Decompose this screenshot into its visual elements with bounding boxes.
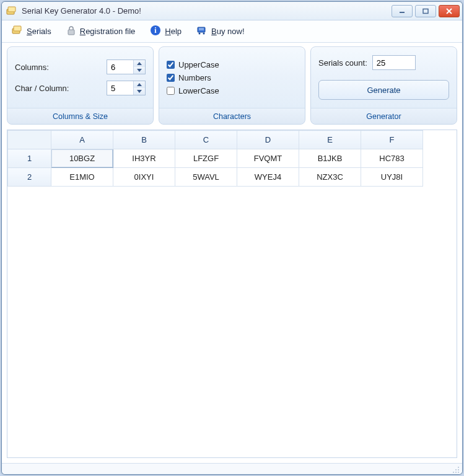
columns-input[interactable] [107, 60, 133, 74]
maximize-button[interactable] [415, 5, 436, 17]
grid-cell[interactable]: E1MIO [51, 168, 113, 187]
grid-cell[interactable]: 5WAVL [175, 168, 237, 187]
svg-rect-7 [14, 26, 21, 31]
help-menu[interactable]: i Help [146, 23, 185, 40]
characters-title: Characters [159, 108, 305, 124]
lowercase-label: LowerCase [178, 86, 219, 95]
svg-rect-3 [423, 9, 428, 13]
generate-button[interactable]: Generate [318, 80, 449, 100]
svg-point-23 [453, 472, 454, 473]
grid-cell[interactable]: NZX3C [299, 168, 361, 187]
uppercase-label: UpperCase [178, 60, 219, 69]
grid-cell[interactable]: FVQMT [237, 149, 299, 168]
grid-corner [8, 131, 51, 149]
toolbar: Serials Registration file i Help Buy now… [2, 20, 462, 43]
columns-up[interactable] [134, 60, 145, 67]
svg-marker-19 [137, 90, 142, 93]
columns-down[interactable] [134, 67, 145, 74]
column-header[interactable]: D [237, 131, 299, 149]
uppercase-checkbox[interactable]: UpperCase [167, 60, 297, 69]
column-header[interactable]: E [299, 131, 361, 149]
char-column-input[interactable] [107, 81, 133, 95]
grid-cell[interactable]: LFZGF [175, 149, 237, 168]
registration-label: Registration file [80, 27, 136, 36]
characters-panel: UpperCase Numbers LowerCase Characters [159, 46, 305, 125]
serials-grid: ABCDEF110BGZIH3YRLFZGFFVQMTB1JKBHC7832E1… [7, 130, 457, 458]
registration-menu[interactable]: Registration file [63, 24, 139, 39]
svg-point-24 [455, 472, 457, 473]
lowercase-checkbox[interactable]: LowerCase [167, 86, 297, 95]
info-icon: i [150, 25, 161, 38]
svg-rect-8 [68, 30, 74, 35]
serials-icon [12, 25, 23, 38]
help-label: Help [165, 27, 182, 36]
column-header[interactable]: F [361, 131, 423, 149]
columns-size-title: Columns & Size [7, 108, 153, 124]
app-window: Serial Key Generator 4.0 - Demo! Serials… [1, 1, 463, 475]
columns-size-panel: Columns: Char / Column: [7, 46, 154, 125]
serials-label: Serials [27, 27, 51, 36]
char-column-stepper[interactable] [107, 81, 146, 95]
minimize-button[interactable] [392, 5, 413, 17]
grid-cell[interactable]: 0IXYI [113, 168, 175, 187]
grid-cell[interactable]: WYEJ4 [237, 168, 299, 187]
svg-rect-1 [8, 7, 15, 12]
svg-point-13 [203, 33, 205, 35]
window-controls [392, 5, 460, 17]
char-down[interactable] [134, 88, 145, 95]
grid-table: ABCDEF110BGZIH3YRLFZGFFVQMTB1JKBHC7832E1… [7, 130, 423, 187]
columns-stepper[interactable] [107, 60, 146, 74]
char-column-label: Char / Column: [15, 84, 69, 93]
svg-point-20 [458, 467, 459, 468]
grid-cell[interactable]: B1JKB [299, 149, 361, 168]
app-icon [6, 5, 18, 17]
titlebar[interactable]: Serial Key Generator 4.0 - Demo! [2, 2, 462, 20]
table-row: 110BGZIH3YRLFZGFFVQMTB1JKBHC783 [8, 149, 423, 168]
grid-cell[interactable]: UYJ8I [361, 168, 423, 187]
grid-scroll[interactable]: ABCDEF110BGZIH3YRLFZGFFVQMTB1JKBHC7832E1… [7, 130, 457, 457]
row-header[interactable]: 1 [8, 149, 51, 168]
window-title: Serial Key Generator 4.0 - Demo! [22, 6, 392, 15]
svg-marker-16 [137, 62, 142, 65]
statusbar [2, 463, 462, 474]
grid-cell[interactable]: 10BGZ [51, 149, 113, 168]
serials-menu[interactable]: Serials [8, 23, 55, 40]
numbers-label: Numbers [178, 73, 211, 82]
svg-point-22 [458, 469, 459, 470]
column-header[interactable]: A [51, 131, 113, 149]
svg-marker-17 [137, 69, 142, 72]
numbers-checkbox[interactable]: Numbers [167, 73, 297, 82]
lock-icon [66, 25, 76, 37]
table-row: 2E1MIO0IXYI5WAVLWYEJ4NZX3CUYJ8I [8, 168, 423, 187]
column-header[interactable]: B [113, 131, 175, 149]
resize-grip-icon[interactable] [451, 465, 460, 474]
serials-count-label: Serials count: [318, 58, 367, 68]
grid-cell[interactable]: IH3YR [113, 149, 175, 168]
columns-label: Columns: [15, 63, 49, 72]
settings-panels: Columns: Char / Column: [7, 46, 457, 125]
svg-point-25 [458, 472, 459, 473]
close-button[interactable] [439, 5, 460, 17]
column-header[interactable]: C [175, 131, 237, 149]
svg-marker-18 [137, 83, 142, 86]
buy-label: Buy now! [211, 27, 244, 36]
svg-point-12 [199, 33, 201, 35]
buy-menu[interactable]: Buy now! [193, 23, 248, 40]
generator-title: Generator [311, 108, 457, 124]
serials-count-input[interactable] [372, 55, 416, 70]
cart-icon [196, 25, 208, 38]
char-up[interactable] [134, 81, 145, 88]
grid-cell[interactable]: HC783 [361, 149, 423, 168]
svg-point-21 [455, 469, 457, 470]
row-header[interactable]: 2 [8, 168, 51, 187]
generator-panel: Serials count: Generate Generator [310, 46, 457, 125]
